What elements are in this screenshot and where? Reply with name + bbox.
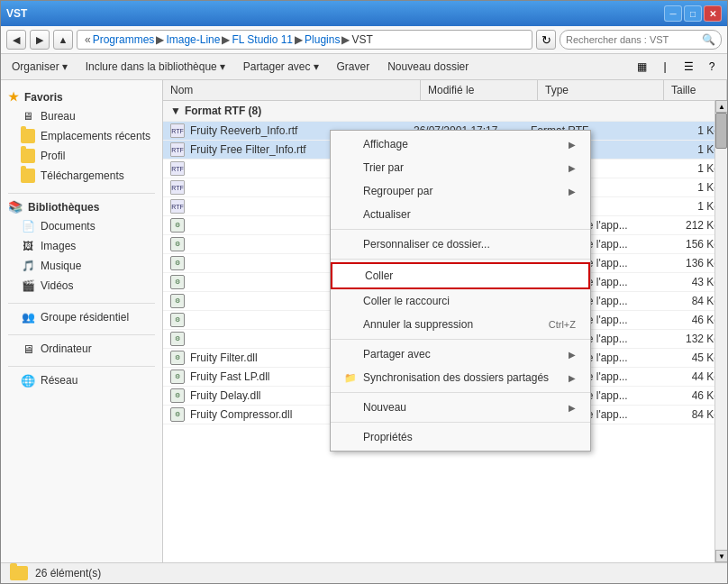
sidebar-divider-4 [8,366,155,367]
partager-button[interactable]: Partager avec ▾ [238,59,324,75]
ctx-item-regrouper[interactable]: Regrouper par ▶ [331,179,590,203]
sidebar-item-videos[interactable]: 🎬 Vidéos [1,276,162,296]
dll-size-8: 44 Ko [657,370,720,383]
view-btn-grid[interactable]: ▦ [632,57,651,77]
graver-button[interactable]: Graver [332,59,376,75]
breadcrumb-seg-2[interactable]: FL Studio 11 [232,33,293,46]
music-icon: 🎵 [21,259,35,273]
maximize-button[interactable]: □ [684,5,702,22]
breadcrumb-seg-0[interactable]: Programmes [93,33,155,46]
sidebar-item-homegroup[interactable]: 👥 Groupe résidentiel [1,307,162,327]
library-icon: 📚 [8,200,23,214]
sidebar-item-musique[interactable]: 🎵 Musique [1,256,162,276]
sidebar-item-computer[interactable]: 🖥 Ordinateur [1,339,162,359]
dll-size-2: 136 Ko [657,257,720,269]
sidebar-item-network[interactable]: 🌐 Réseau [1,370,162,390]
sidebar-computer: 🖥 Ordinateur [1,339,162,359]
dll-icon-7: ⚙ [170,351,185,365]
ctx-label-actualiser: Actualiser [363,208,576,221]
search-input[interactable] [566,34,698,45]
col-header-modified[interactable]: Modifié le [421,80,538,100]
sidebar-homegroup: 👥 Groupe résidentiel [1,307,162,327]
scroll-thumb[interactable] [715,113,727,149]
vertical-scrollbar[interactable]: ▲ ▼ [714,100,727,562]
ctx-item-coller-raccourci[interactable]: Coller le raccourci [331,289,590,313]
close-button[interactable]: ✕ [704,5,722,22]
ctx-icon-actualiser [341,207,359,222]
ctx-sep-3 [331,339,590,340]
homegroup-icon: 👥 [21,310,35,324]
sidebar-item-profil[interactable]: Profil [1,146,162,166]
status-text: 26 élément(s) [35,567,101,579]
view-btn-help[interactable]: ? [702,57,722,77]
sidebar-item-downloads[interactable]: Téléchargements [1,166,162,186]
group-collapse-icon[interactable]: ▼ [170,105,181,117]
ctx-label-partager: Partager avec [363,348,569,360]
nouveau-dossier-button[interactable]: Nouveau dossier [382,59,474,75]
ctx-item-affichage[interactable]: Affichage ▶ [331,132,590,156]
up-button[interactable]: ▲ [53,30,73,50]
dll-size-1: 156 Ko [657,238,720,251]
star-icon: ★ [8,90,19,104]
ctx-item-nouveau[interactable]: Nouveau ▶ [331,396,590,419]
sidebar-item-images[interactable]: 🖼 Images [1,236,162,256]
ctx-arrow-trier: ▶ [569,163,576,173]
group-header-label: Format RTF (8) [185,105,261,117]
ctx-icon-affichage [341,137,359,151]
ctx-item-coller[interactable]: Coller [331,262,590,289]
dll-size-10: 84 Ko [657,408,720,421]
ctx-icon-coller [343,269,361,283]
sidebar-item-recent[interactable]: Emplacements récents [1,126,162,146]
back-button[interactable]: ◀ [6,30,26,50]
breadcrumb-seg-4[interactable]: VST [351,33,372,46]
breadcrumb-sep-2: ▶ [295,33,303,46]
ctx-icon-personnaliser [341,237,359,251]
col-header-type[interactable]: Type [538,80,664,100]
breadcrumb-bar[interactable]: « Programmes ▶ Image-Line ▶ FL Studio 11… [77,30,532,50]
ctx-item-synchronisation[interactable]: 📁 Synchronisation des dossiers partagés … [331,366,590,389]
forward-button[interactable]: ▶ [30,30,50,50]
title-bar-controls: ─ □ ✕ [664,5,722,22]
scroll-down-button[interactable]: ▼ [715,550,727,562]
window-title: VST [6,7,27,20]
ctx-arrow-affichage: ▶ [569,140,576,150]
ctx-item-annuler[interactable]: Annuler la suppression Ctrl+Z [331,313,590,336]
ctx-item-trier[interactable]: Trier par ▶ [331,156,590,179]
ctx-label-regrouper: Regrouper par [363,185,569,197]
ctx-icon-annuler [341,317,359,332]
refresh-button[interactable]: ↻ [536,30,556,50]
minimize-button[interactable]: ─ [664,5,682,22]
ctx-icon-nouveau [341,400,359,415]
address-bar: ◀ ▶ ▲ « Programmes ▶ Image-Line ▶ FL Stu… [1,26,727,54]
ctx-item-personnaliser[interactable]: Personnaliser ce dossier... [331,233,590,256]
sidebar-item-bureau[interactable]: 🖥 Bureau [1,106,162,126]
sidebar-favorites-header[interactable]: ★ Favoris [1,87,162,106]
ctx-item-partager[interactable]: Partager avec ▶ [331,342,590,366]
folder-downloads-icon [21,169,35,183]
documents-icon: 📄 [21,219,35,233]
inclure-button[interactable]: Inclure dans la bibliothèque ▾ [80,59,231,75]
dll-size-3: 43 Ko [657,276,720,288]
context-menu: Affichage ▶ Trier par ▶ Regrouper par ▶ [330,130,591,452]
breadcrumb-seg-1[interactable]: Image-Line [166,33,220,46]
dll-icon-6: ⚙ [170,332,185,346]
ctx-sep-5 [331,422,590,423]
ctx-arrow-partager: ▶ [569,350,576,360]
desktop-icon: 🖥 [21,109,35,123]
sidebar-libraries-header[interactable]: 📚 Bibliothèques [1,197,162,216]
sidebar-item-documents[interactable]: 📄 Documents [1,216,162,236]
dll-size-6: 132 Ko [657,333,720,345]
status-folder-icon [10,566,28,580]
scroll-up-button[interactable]: ▲ [715,100,727,113]
organiser-arrow-icon: ▾ [62,60,68,73]
sidebar-recent-label: Emplacements récents [41,130,150,142]
col-header-name[interactable]: Nom [163,80,421,100]
breadcrumb-seg-3[interactable]: Plugins [305,33,340,46]
organiser-button[interactable]: Organiser ▾ [6,59,73,75]
ctx-item-actualiser[interactable]: Actualiser [331,203,590,226]
dll-icon-4: ⚙ [170,294,185,308]
col-header-size[interactable]: Taille [664,80,727,100]
view-btn-list[interactable]: ☰ [678,57,698,77]
ctx-item-proprietes[interactable]: Propriétés [331,425,590,449]
rtf-icon-3: RTF [170,180,185,195]
